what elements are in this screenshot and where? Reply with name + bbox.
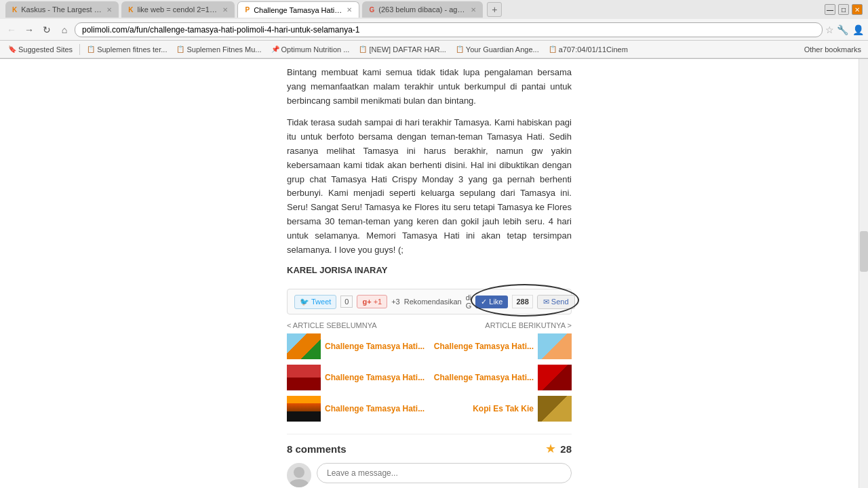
recommend-suffix: di G (466, 293, 472, 310)
tweet-count: 0 (340, 296, 353, 308)
twitter-icon: 🐦 (300, 298, 309, 306)
comment-input-area (287, 463, 572, 487)
prev-thumb-2 (287, 365, 321, 390)
prev-article-3[interactable]: Challenge Tamasya Hati... (287, 396, 426, 422)
bookmark-suggested[interactable]: 🔖 Suggested Sites (4, 44, 77, 55)
article-paragraph-2: Tidak terasa sudah sampai di hari terakh… (287, 116, 572, 257)
bookmark-cinema[interactable]: 📋 a707:04/01/11Cinem (545, 44, 632, 55)
like-button[interactable]: ✓ Like (475, 296, 508, 308)
bookmark-suplemen2-icon: 📋 (176, 45, 184, 53)
gplus-count: +3 (391, 298, 400, 306)
prev-link-1[interactable]: Challenge Tamasya Hati... (325, 342, 425, 352)
send-icon: ✉ (543, 298, 549, 306)
scroll-thumb[interactable] (860, 231, 868, 272)
comments-section: 8 comments ★ 28 Discussion ▾ (287, 434, 572, 488)
bookmark-daftar[interactable]: 📋 [NEW] DAFTAR HAR... (355, 44, 450, 55)
social-share-bar: 🐦 Tweet 0 g+ +1 +3 Rekomendasikan di G ✓… (287, 289, 572, 314)
maximize-button[interactable]: □ (838, 4, 849, 15)
minimize-button[interactable]: — (825, 4, 835, 15)
next-article-3[interactable]: Kopi Es Tak Kie (433, 396, 572, 422)
next-link-1[interactable]: Challenge Tamasya Hati... (434, 342, 534, 352)
like-check-icon: ✓ (481, 298, 487, 306)
bookmark-suggested-label: Suggested Sites (18, 45, 73, 54)
prev-thumb-3 (287, 396, 321, 422)
article-author: KAREL JORISA INARAY (287, 265, 572, 275)
forward-button[interactable]: → (22, 22, 37, 37)
prev-nav-label: < ARTICLE SEBELUMNYA (287, 321, 426, 329)
next-thumb-2 (538, 365, 572, 390)
bookmark-suplemen2[interactable]: 📋 Suplemen Fitnes Mu... (172, 44, 265, 55)
tab-close-1[interactable]: ✕ (106, 6, 112, 14)
tab-kaskus[interactable]: K Kaskus - The Largest Indo... ✕ (5, 1, 119, 18)
tab-likeweb[interactable]: K like web = cendol 2=1 | K... ✕ (121, 1, 235, 18)
next-link-2[interactable]: Challenge Tamasya Hati... (434, 373, 534, 384)
tab-label3: Challenge Tamasya Hati F... (254, 6, 342, 14)
prev-article-2[interactable]: Challenge Tamasya Hati... (287, 365, 426, 390)
gplus-button[interactable]: g+ +1 (357, 295, 387, 308)
tab-label: Kaskus - The Largest Indo... (21, 5, 102, 14)
commenter-avatar (287, 463, 311, 487)
bookmark-guardian-label: Your Guardian Ange... (466, 45, 539, 54)
other-bookmarks[interactable]: Other bookmarks (802, 44, 864, 55)
back-button[interactable]: ← (4, 22, 19, 37)
tab-challenge[interactable]: P Challenge Tamasya Hati F... ✕ (237, 1, 359, 18)
bookmark-suggested-icon: 🔖 (8, 45, 16, 53)
article-navigation: < ARTICLE SEBELUMNYA Challenge Tamasya H… (287, 321, 572, 427)
prev-link-2[interactable]: Challenge Tamasya Hati... (325, 373, 425, 384)
bookmark-cinema-icon: 📋 (549, 45, 557, 53)
bookmark-cinema-label: a707:04/01/11Cinem (559, 45, 628, 54)
prev-article-1[interactable]: Challenge Tamasya Hati... (287, 333, 426, 359)
user-icon[interactable]: 👤 (852, 24, 864, 35)
address-bar[interactable] (75, 22, 823, 37)
extensions-icon[interactable]: 🔧 (837, 24, 848, 35)
bookmark-suplemen1[interactable]: 📋 Suplemen fitnes ter... (83, 44, 171, 55)
close-button[interactable]: ✕ (852, 4, 863, 15)
bookmark-star[interactable]: ☆ (825, 24, 834, 35)
svg-point-0 (294, 467, 304, 478)
prev-link-3[interactable]: Challenge Tamasya Hati... (325, 404, 425, 415)
send-button[interactable]: ✉ Send (537, 295, 575, 309)
gplus-label: +1 (374, 298, 382, 306)
bookmark-daftar-label: [NEW] DAFTAR HAR... (369, 45, 446, 54)
next-article-2[interactable]: Challenge Tamasya Hati... (433, 365, 572, 390)
comment-input[interactable] (317, 463, 572, 483)
vertical-scrollbar[interactable] (859, 59, 868, 488)
home-button[interactable]: ⌂ (57, 22, 72, 37)
tab-favicon2: K (128, 6, 133, 14)
article-paragraph-1: Bintang membuat kami semua tidak tidak l… (287, 66, 572, 108)
bookmark-optimum[interactable]: 📌 Optimum Nutrition ... (267, 44, 354, 55)
tweet-label: Tweet (311, 298, 331, 306)
gplus-icon: g+ (362, 298, 371, 306)
refresh-button[interactable]: ↻ (39, 22, 54, 37)
rating-area: ★ 28 (545, 441, 572, 456)
tweet-button[interactable]: 🐦 Tweet (294, 295, 336, 309)
like-label: Like (489, 298, 502, 306)
tab-favicon3: P (245, 6, 250, 14)
bookmark-optimum-label: Optimum Nutrition ... (281, 45, 350, 54)
next-link-3[interactable]: Kopi Es Tak Kie (473, 404, 534, 415)
tab-label4: (263 belum dibaca) - agh... (378, 5, 467, 14)
send-label: Send (551, 298, 569, 306)
like-count: 288 (512, 295, 532, 308)
tab-favicon: K (12, 6, 17, 14)
bookmark-suplemen2-label: Suplemen Fitnes Mu... (186, 45, 261, 54)
bookmark-separator-1 (79, 44, 80, 55)
tab-favicon4: G (369, 6, 374, 14)
new-tab-button[interactable]: + (487, 2, 502, 17)
next-thumb-1 (538, 333, 572, 359)
window-controls: — □ ✕ (825, 4, 863, 15)
tab-close-4[interactable]: ✕ (471, 6, 476, 14)
svg-point-1 (290, 479, 309, 487)
tab-email[interactable]: G (263 belum dibaca) - agh... ✕ (362, 1, 483, 18)
tab-close-2[interactable]: ✕ (222, 6, 228, 14)
bookmark-suplemen1-icon: 📋 (87, 45, 95, 53)
rating-number: 28 (560, 443, 572, 455)
next-thumb-3 (538, 396, 572, 422)
tab-close-3[interactable]: ✕ (347, 6, 352, 14)
page-content: Bintang membuat kami semua tidak tidak l… (0, 59, 859, 488)
tab-label2: like web = cendol 2=1 | K... (137, 5, 218, 14)
bookmark-guardian[interactable]: 📋 Your Guardian Ange... (452, 44, 543, 55)
bookmark-daftar-icon: 📋 (359, 45, 367, 53)
bookmark-optimum-icon: 📌 (271, 45, 279, 53)
next-article-1[interactable]: Challenge Tamasya Hati... (433, 333, 572, 359)
